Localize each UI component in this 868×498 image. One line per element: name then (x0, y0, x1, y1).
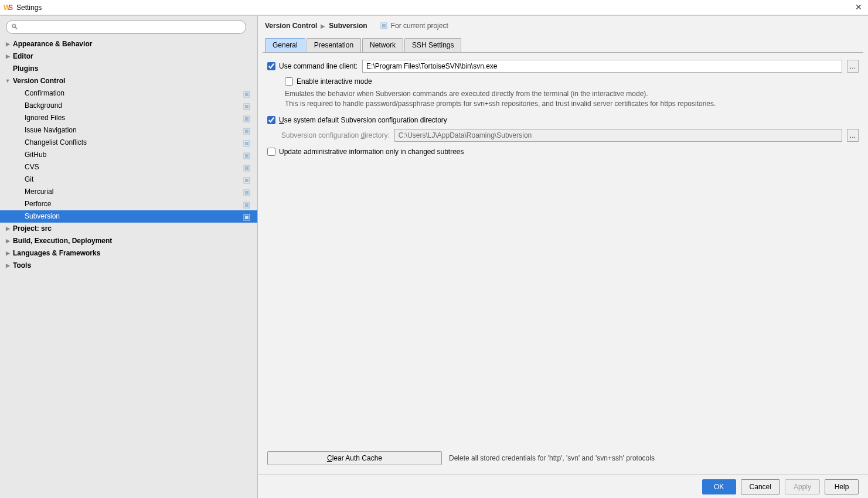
sidebar-item-build-exec-deploy[interactable]: ▶Build, Execution, Deployment (0, 235, 257, 247)
project-scope-icon (243, 127, 250, 134)
content-area: Version Control ▶ Subversion For current… (258, 16, 868, 498)
chevron-right-icon: ▶ (4, 247, 12, 260)
sidebar-item-issue-navigation[interactable]: Issue Navigation (0, 124, 257, 137)
update-admin-label[interactable]: Update administrative information only i… (267, 148, 464, 156)
clear-auth-cache-button[interactable]: Clear Auth Cache (267, 451, 442, 465)
svg-rect-3 (245, 93, 249, 96)
chevron-right-icon: ▶ (4, 260, 12, 272)
interactive-hint: Emulates the behavior when Subversion co… (267, 89, 859, 109)
search-icon: 🔍︎ (11, 23, 18, 31)
breadcrumb-part1[interactable]: Version Control (265, 22, 317, 30)
use-default-dir-checkbox[interactable] (267, 116, 275, 124)
sidebar-item-project-src[interactable]: ▶Project: src (0, 223, 257, 235)
sidebar-item-version-control[interactable]: ▼Version Control (0, 75, 257, 87)
svg-text:S: S (8, 4, 13, 12)
sidebar-item-confirmation[interactable]: Confirmation (0, 87, 257, 100)
config-dir-row: Subversion configuration directory: … (267, 129, 859, 142)
svg-rect-7 (245, 117, 249, 121)
sidebar-item-background[interactable]: Background (0, 100, 257, 112)
interactive-label[interactable]: Enable interactive mode (285, 77, 372, 86)
apply-button: Apply (785, 479, 820, 494)
config-dir-browse-button[interactable]: … (847, 129, 859, 142)
sidebar-item-subversion[interactable]: Subversion (0, 210, 257, 223)
project-scope-icon (243, 114, 250, 121)
cli-path-browse-button[interactable]: … (847, 60, 859, 73)
chevron-right-icon: ▶ (4, 235, 12, 247)
tab-presentation[interactable]: Presentation (307, 38, 361, 52)
project-scope-icon (243, 213, 250, 220)
project-scope-icon (243, 139, 250, 146)
sidebar-item-plugins[interactable]: Plugins (0, 63, 257, 75)
general-panel: Use command line client: … Enable intera… (258, 53, 868, 446)
project-scope-icon (243, 188, 250, 195)
project-scope-icon (243, 102, 250, 109)
settings-tree: ▶Appearance & Behavior ▶Editor Plugins ▼… (0, 38, 257, 498)
sidebar-item-mercurial[interactable]: Mercurial (0, 186, 257, 198)
svg-rect-15 (245, 166, 249, 170)
sidebar-item-editor[interactable]: ▶Editor (0, 50, 257, 63)
chevron-right-icon: ▶ (4, 223, 12, 235)
cancel-button[interactable]: Cancel (741, 479, 780, 494)
tab-network[interactable]: Network (362, 38, 403, 52)
chevron-right-icon: ▶ (4, 38, 12, 50)
app-logo-icon: WS (4, 3, 13, 12)
project-scope-icon (243, 151, 250, 158)
scope-label: For current project (391, 22, 448, 30)
sidebar-item-perforce[interactable]: Perforce (0, 198, 257, 210)
breadcrumb-part2: Subversion (329, 22, 367, 30)
clear-cache-hint: Delete all stored credentials for 'http'… (449, 454, 655, 462)
tab-general[interactable]: General (265, 38, 305, 52)
use-default-dir-row: Use system default Subversion configurat… (267, 116, 859, 124)
project-scope-icon (243, 200, 250, 207)
ok-button[interactable]: OK (702, 479, 736, 494)
interactive-checkbox[interactable] (285, 77, 293, 86)
tab-bar: General Presentation Network SSH Setting… (263, 38, 863, 53)
use-cli-label[interactable]: Use command line client: (267, 62, 358, 70)
sidebar-item-github[interactable]: GitHub (0, 149, 257, 161)
search-input[interactable] (6, 20, 246, 34)
project-scope-icon (243, 90, 250, 97)
dialog-footer: OK Cancel Apply Help (258, 475, 868, 498)
update-admin-row: Update administrative information only i… (267, 148, 859, 156)
chevron-right-icon: ▶ (4, 50, 12, 63)
config-dir-label: Subversion configuration directory: (281, 131, 390, 139)
project-scope-icon (243, 176, 250, 183)
settings-sidebar: 🔍︎ ▶Appearance & Behavior ▶Editor Plugin… (0, 16, 258, 498)
sidebar-item-appearance[interactable]: ▶Appearance & Behavior (0, 38, 257, 50)
svg-rect-11 (245, 142, 249, 145)
use-cli-row: Use command line client: … (267, 60, 859, 73)
breadcrumb: Version Control ▶ Subversion For current… (258, 16, 868, 36)
sidebar-item-changelist-conflicts[interactable]: Changelist Conflicts (0, 137, 257, 149)
main-area: 🔍︎ ▶Appearance & Behavior ▶Editor Plugin… (0, 15, 868, 498)
cli-path-input[interactable] (362, 60, 842, 73)
svg-rect-9 (245, 129, 249, 133)
project-scope-icon (380, 22, 387, 29)
sidebar-item-tools[interactable]: ▶Tools (0, 260, 257, 272)
svg-rect-23 (245, 216, 249, 219)
sidebar-item-ignored-files[interactable]: Ignored Files (0, 112, 257, 124)
bottom-action-row: Clear Auth Cache Delete all stored crede… (258, 446, 868, 475)
title-bar: WS Settings ✕ (0, 0, 868, 15)
help-button[interactable]: Help (825, 479, 859, 494)
sidebar-item-cvs[interactable]: CVS (0, 161, 257, 173)
svg-rect-19 (245, 191, 249, 195)
close-icon[interactable]: ✕ (855, 2, 862, 12)
sidebar-item-languages-frameworks[interactable]: ▶Languages & Frameworks (0, 247, 257, 260)
sidebar-item-git[interactable]: Git (0, 173, 257, 186)
svg-rect-17 (245, 179, 249, 182)
tab-ssh-settings[interactable]: SSH Settings (404, 38, 461, 52)
svg-rect-25 (382, 24, 386, 28)
update-admin-checkbox[interactable] (267, 148, 275, 156)
search-row: 🔍︎ (0, 16, 257, 38)
svg-rect-5 (245, 105, 249, 108)
interactive-row: Enable interactive mode (267, 77, 859, 86)
svg-rect-13 (245, 154, 249, 158)
use-default-dir-label[interactable]: Use system default Subversion configurat… (267, 116, 447, 124)
config-dir-input (394, 129, 842, 142)
svg-rect-21 (245, 203, 249, 207)
project-scope-icon (243, 163, 250, 170)
chevron-right-icon: ▶ (321, 23, 325, 29)
chevron-down-icon: ▼ (4, 75, 12, 87)
use-cli-checkbox[interactable] (267, 62, 275, 70)
window-title: Settings (16, 4, 42, 12)
